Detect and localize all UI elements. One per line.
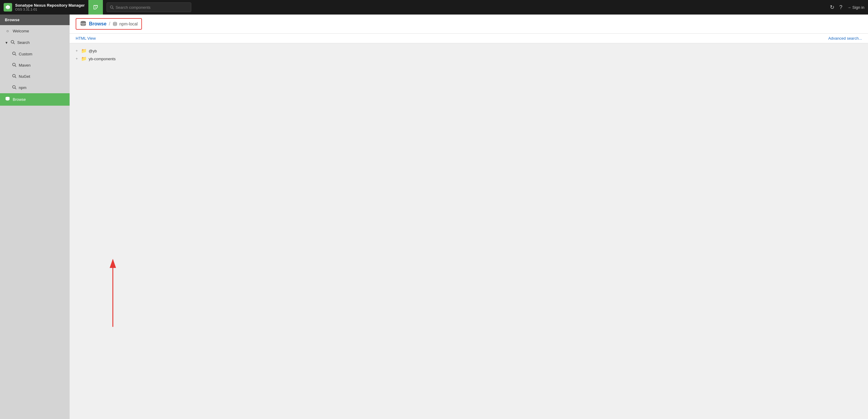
- browse-db-icon: [5, 97, 10, 102]
- tree-expand-icon-yb-components: +: [76, 57, 79, 61]
- sidebar-item-npm[interactable]: npm: [0, 82, 70, 93]
- sidebar-header: Browse: [0, 14, 70, 25]
- refresh-icon: ↻: [830, 4, 834, 10]
- svg-line-8: [15, 55, 17, 56]
- svg-line-6: [13, 43, 14, 44]
- sidebar-item-nuget[interactable]: NuGet: [0, 71, 70, 82]
- search-icon-button[interactable]: [88, 0, 103, 14]
- app-logo: [4, 3, 12, 11]
- navbar-right: ↻ ? → Sign in: [830, 4, 864, 10]
- tree-item-yb[interactable]: + 📁 @yb: [76, 47, 862, 55]
- svg-point-19: [81, 21, 86, 23]
- signin-button[interactable]: → Sign in: [847, 5, 864, 10]
- sidebar-item-browse[interactable]: Browse: [0, 93, 70, 106]
- custom-search-icon: [12, 52, 17, 57]
- tree-expand-icon-yb: +: [76, 49, 79, 53]
- welcome-icon: ○: [5, 28, 10, 33]
- npm-search-icon: [12, 85, 17, 90]
- folder-icon-yb-components: 📁: [81, 56, 87, 61]
- svg-point-20: [81, 24, 86, 26]
- sidebar: Browse ○ Welcome ▼ Search: [0, 14, 70, 419]
- svg-point-17: [6, 99, 9, 100]
- breadcrumb-repo: npm-local: [113, 22, 138, 26]
- breadcrumb: Browse / npm-local: [76, 18, 142, 30]
- app-title: Sonatype Nexus Repository Manager: [15, 3, 85, 8]
- svg-line-12: [15, 77, 17, 78]
- refresh-button[interactable]: ↻: [830, 4, 834, 10]
- search-icon: [110, 5, 114, 9]
- signin-icon: →: [847, 5, 851, 10]
- svg-point-23: [113, 23, 117, 25]
- main-layout: Browse ○ Welcome ▼ Search: [0, 14, 868, 419]
- maven-search-icon: [12, 63, 17, 68]
- breadcrumb-separator: /: [109, 21, 110, 27]
- brand: Sonatype Nexus Repository Manager OSS 3.…: [4, 3, 85, 12]
- html-view-link[interactable]: HTML View: [76, 36, 96, 40]
- breadcrumb-browse-label: Browse: [89, 21, 106, 27]
- help-icon: ?: [839, 4, 842, 10]
- content-body: + 📁 @yb + 📁 yb-components: [70, 43, 868, 419]
- content-area: Browse / npm-local HTML: [70, 14, 868, 419]
- svg-line-4: [113, 8, 114, 9]
- sidebar-item-custom[interactable]: Custom: [0, 49, 70, 60]
- sidebar-item-search[interactable]: ▼ Search: [0, 37, 70, 49]
- svg-line-14: [15, 88, 17, 89]
- tree-item-yb-components[interactable]: + 📁 yb-components: [76, 55, 862, 63]
- app-title-group: Sonatype Nexus Repository Manager OSS 3.…: [15, 3, 85, 12]
- svg-line-10: [15, 66, 17, 67]
- chevron-down-icon: ▼: [5, 41, 8, 44]
- folder-icon-yb: 📁: [81, 48, 87, 54]
- search-nav-icon: [10, 40, 15, 45]
- help-button[interactable]: ?: [839, 4, 842, 10]
- navbar: Sonatype Nexus Repository Manager OSS 3.…: [0, 0, 868, 14]
- content-toolbar: HTML View Advanced search...: [70, 34, 868, 43]
- advanced-search-link[interactable]: Advanced search...: [828, 36, 862, 40]
- sidebar-item-welcome[interactable]: ○ Welcome: [0, 25, 70, 37]
- search-input[interactable]: [116, 5, 188, 10]
- repo-db-icon: [113, 22, 117, 26]
- content-header: Browse / npm-local: [70, 14, 868, 34]
- browse-db-icon-header: [80, 21, 87, 27]
- nuget-search-icon: [12, 74, 17, 79]
- sidebar-item-maven[interactable]: Maven: [0, 60, 70, 71]
- app-version: OSS 3.31.1-01: [15, 7, 85, 11]
- search-box: [106, 2, 191, 12]
